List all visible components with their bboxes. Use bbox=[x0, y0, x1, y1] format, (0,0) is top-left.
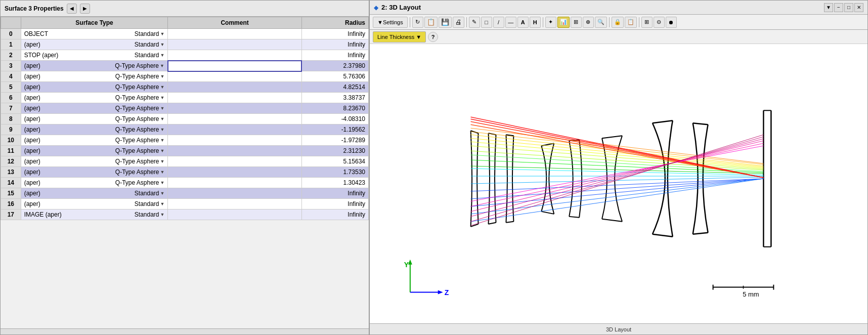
type-dropdown-arrow[interactable]: ▼ bbox=[160, 116, 165, 121]
copy-btn[interactable]: 📋 bbox=[424, 17, 438, 28]
comment-cell[interactable] bbox=[168, 199, 301, 210]
comment-cell[interactable] bbox=[168, 135, 301, 146]
refresh-btn[interactable]: ↻ bbox=[412, 17, 423, 28]
comment-cell[interactable] bbox=[168, 178, 301, 188]
surface-type-cell[interactable]: (aper) Standard ▼ bbox=[21, 188, 168, 199]
surface-type-cell[interactable]: (aper) Q-Type Asphere ▼ bbox=[21, 156, 168, 167]
minus-btn[interactable]: ⊝ bbox=[654, 17, 665, 28]
type-dropdown-arrow[interactable]: ▼ bbox=[160, 191, 165, 196]
radius-cell[interactable]: 2.31230 bbox=[301, 146, 368, 156]
radius-cell[interactable]: Infinity bbox=[301, 50, 368, 61]
radius-cell[interactable]: -4.08310 bbox=[301, 114, 368, 124]
surface-type-cell[interactable]: (aper) Standard ▼ bbox=[21, 199, 168, 210]
chart-btn[interactable]: 📊 bbox=[557, 17, 570, 28]
surface-type-cell[interactable]: (aper) Q-Type Asphere ▼ bbox=[21, 82, 168, 93]
comment-cell[interactable] bbox=[168, 50, 301, 61]
comment-cell[interactable] bbox=[168, 156, 301, 167]
surface-type-cell[interactable]: OBJECT Standard ▼ bbox=[21, 29, 168, 39]
table-row[interactable]: 6(aper) Q-Type Asphere ▼3.38737 bbox=[1, 93, 369, 103]
radius-cell[interactable]: Infinity bbox=[301, 39, 368, 50]
type-dropdown-arrow[interactable]: ▼ bbox=[160, 53, 165, 58]
table-row[interactable]: 0OBJECT Standard ▼Infinity bbox=[1, 29, 369, 39]
type-dropdown-arrow[interactable]: ▼ bbox=[160, 180, 165, 185]
surface-type-cell[interactable]: (aper) Q-Type Asphere ▼ bbox=[21, 167, 168, 178]
type-dropdown-arrow[interactable]: ▼ bbox=[160, 148, 165, 153]
horizontal-scrollbar[interactable] bbox=[1, 328, 369, 334]
table-row[interactable]: 7(aper) Q-Type Asphere ▼8.23670 bbox=[1, 103, 369, 114]
radius-cell[interactable]: 1.30423 bbox=[301, 178, 368, 188]
radius-cell[interactable]: Infinity bbox=[301, 29, 368, 39]
prev-button[interactable]: ◀ bbox=[67, 4, 77, 14]
table-row[interactable]: 11(aper) Q-Type Asphere ▼2.31230 bbox=[1, 146, 369, 156]
table-row[interactable]: 4(aper) Q-Type Asphere ▼5.76306 bbox=[1, 71, 369, 82]
radius-cell[interactable]: 4.82514 bbox=[301, 82, 368, 93]
type-dropdown-arrow[interactable]: ▼ bbox=[160, 106, 165, 111]
type-dropdown-arrow[interactable]: ▼ bbox=[160, 74, 165, 79]
table-row[interactable]: 9(aper) Q-Type Asphere ▼-1.19562 bbox=[1, 124, 369, 135]
radius-cell[interactable]: Infinity bbox=[301, 188, 368, 199]
minimize-btn[interactable]: − bbox=[834, 3, 843, 12]
comment-cell[interactable] bbox=[168, 82, 301, 93]
table-row[interactable]: 13(aper) Q-Type Asphere ▼1.73530 bbox=[1, 167, 369, 178]
surface-type-cell[interactable]: (aper) Q-Type Asphere ▼ bbox=[21, 71, 168, 82]
comment-cell[interactable] bbox=[168, 167, 301, 178]
table-row[interactable]: 15(aper) Standard ▼Infinity bbox=[1, 188, 369, 199]
surface-type-cell[interactable]: (aper) Q-Type Asphere ▼ bbox=[21, 146, 168, 156]
comment-cell[interactable] bbox=[168, 93, 301, 103]
surface-type-cell[interactable]: (aper) Q-Type Asphere ▼ bbox=[21, 61, 168, 71]
comment-cell[interactable] bbox=[168, 39, 301, 50]
table-row[interactable]: 17IMAGE (aper) Standard ▼Infinity bbox=[1, 210, 369, 220]
rect-btn[interactable]: □ bbox=[481, 17, 492, 28]
print-btn[interactable]: 🖨 bbox=[453, 17, 464, 28]
star-btn[interactable]: ✦ bbox=[545, 17, 556, 28]
surface-type-cell[interactable]: IMAGE (aper) Standard ▼ bbox=[21, 210, 168, 220]
table-row[interactable]: 3(aper) Q-Type Asphere ▼2.37980 bbox=[1, 61, 369, 71]
header-btn[interactable]: H bbox=[530, 17, 541, 28]
type-dropdown-arrow[interactable]: ▼ bbox=[160, 159, 165, 164]
radius-cell[interactable]: Infinity bbox=[301, 210, 368, 220]
type-dropdown-arrow[interactable]: ▼ bbox=[160, 127, 165, 132]
text-btn[interactable]: A bbox=[517, 17, 529, 28]
line-btn[interactable]: / bbox=[493, 17, 504, 28]
radius-cell[interactable]: -1.97289 bbox=[301, 135, 368, 146]
pencil-btn[interactable]: ✎ bbox=[469, 17, 480, 28]
surface-type-cell[interactable]: (aper) Q-Type Asphere ▼ bbox=[21, 103, 168, 114]
table-row[interactable]: 5(aper) Q-Type Asphere ▼4.82514 bbox=[1, 82, 369, 93]
surface-type-cell[interactable]: (aper) Q-Type Asphere ▼ bbox=[21, 178, 168, 188]
surface-type-cell[interactable]: (aper) Q-Type Asphere ▼ bbox=[21, 114, 168, 124]
help-button[interactable]: ? bbox=[428, 32, 438, 42]
type-dropdown-arrow[interactable]: ▼ bbox=[160, 138, 165, 143]
comment-cell[interactable] bbox=[168, 61, 301, 71]
surface-type-cell[interactable]: (aper) Q-Type Asphere ▼ bbox=[21, 93, 168, 103]
type-dropdown-arrow[interactable]: ▼ bbox=[160, 170, 165, 175]
line-thickness-button[interactable]: Line Thickness ▼ bbox=[373, 31, 426, 43]
surface-type-cell[interactable]: (aper) Q-Type Asphere ▼ bbox=[21, 135, 168, 146]
radius-cell[interactable]: 8.23670 bbox=[301, 103, 368, 114]
type-dropdown-arrow[interactable]: ▼ bbox=[160, 85, 165, 90]
crosshair-btn[interactable]: ⊕ bbox=[583, 17, 594, 28]
surface-type-cell[interactable]: STOP (aper) Standard ▼ bbox=[21, 50, 168, 61]
type-dropdown-arrow[interactable]: ▼ bbox=[160, 31, 165, 36]
table-row[interactable]: 8(aper) Q-Type Asphere ▼-4.08310 bbox=[1, 114, 369, 124]
maximize-btn[interactable]: □ bbox=[844, 3, 853, 12]
radius-cell[interactable]: 5.15634 bbox=[301, 156, 368, 167]
record-btn[interactable]: ⏺ bbox=[666, 17, 677, 28]
save-btn[interactable]: 💾 bbox=[439, 17, 452, 28]
table-row[interactable]: 12(aper) Q-Type Asphere ▼5.15634 bbox=[1, 156, 369, 167]
comment-cell[interactable] bbox=[168, 188, 301, 199]
radius-cell[interactable]: 2.37980 bbox=[301, 61, 368, 71]
table-row[interactable]: 16(aper) Standard ▼Infinity bbox=[1, 199, 369, 210]
table-row[interactable]: 10(aper) Q-Type Asphere ▼-1.97289 bbox=[1, 135, 369, 146]
settings-button[interactable]: ▼ Settings bbox=[373, 17, 408, 28]
surface-type-cell[interactable]: (aper) Q-Type Asphere ▼ bbox=[21, 124, 168, 135]
type-dropdown-arrow[interactable]: ▼ bbox=[160, 201, 165, 206]
lock-btn[interactable]: 🔒 bbox=[612, 17, 624, 28]
dropdown-btn[interactable]: ▼ bbox=[824, 3, 833, 12]
zoom-btn[interactable]: 🔍 bbox=[595, 17, 607, 28]
comment-cell[interactable] bbox=[168, 210, 301, 220]
close-btn[interactable]: ✕ bbox=[854, 3, 863, 12]
type-dropdown-arrow[interactable]: ▼ bbox=[160, 42, 165, 47]
type-dropdown-arrow[interactable]: ▼ bbox=[160, 212, 165, 217]
comment-cell[interactable] bbox=[168, 29, 301, 39]
radius-cell[interactable]: Infinity bbox=[301, 199, 368, 210]
